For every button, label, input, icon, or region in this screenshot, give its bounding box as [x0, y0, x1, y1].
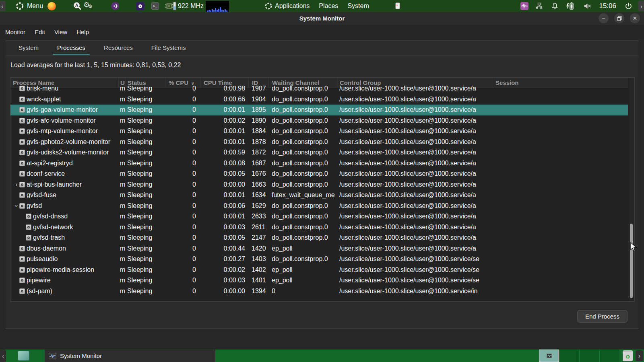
tab-system[interactable]: System	[9, 41, 48, 55]
cell-waiting-channel: do_poll.constprop.0	[268, 169, 337, 179]
table-row[interactable]: › at-spi-bus-launcher m Sleeping 0 0:00.…	[10, 179, 628, 190]
table-row[interactable]: gvfs-goa-volume-monitor m Sleeping 0 0:0…	[10, 105, 628, 115]
cpu-frequency-icon[interactable]	[165, 1, 176, 11]
panel-collapse-left-icon[interactable]: ‹	[0, 1, 6, 11]
expander-icon[interactable]: ›	[14, 203, 19, 209]
workspace-window-thumbnail	[547, 354, 552, 358]
table-row[interactable]: gvfs-mtp-volume-monitor m Sleeping 0 0:0…	[10, 126, 628, 137]
audio-wave-applet-icon[interactable]	[520, 2, 528, 10]
trash-icon[interactable]: ♻	[623, 350, 633, 361]
process-name: wnck-applet	[27, 94, 61, 105]
cell-session	[493, 201, 628, 212]
network-history-graph[interactable]	[206, 1, 229, 12]
titlebar[interactable]: System Monitor – ✕	[0, 12, 644, 25]
settings-gears-icon[interactable]: ⚙⚙	[83, 1, 94, 11]
scrollbar-thumb[interactable]	[630, 224, 633, 298]
workspace-3[interactable]	[579, 350, 599, 362]
search-icon[interactable]: A	[73, 2, 82, 10]
cell-cpu: 0	[165, 201, 200, 212]
top-panel: ‹ Menu A ⚙⚙ >_	[0, 0, 644, 12]
svg-text:A: A	[75, 3, 78, 8]
end-process-button[interactable]: End Process	[577, 310, 627, 323]
table-row[interactable]: dbus-daemon m Sleeping 0 0:00.44 1420 ep…	[10, 243, 628, 254]
vertical-scrollbar[interactable]	[628, 78, 634, 301]
notifications-bell-icon[interactable]	[552, 2, 558, 10]
menubar: Monitor Edit View Help	[0, 25, 644, 39]
table-row[interactable]: gvfsd-trash m Sleeping 0 0:00.05 2147 do…	[10, 232, 628, 243]
menu-edit[interactable]: Edit	[33, 27, 46, 37]
table-row[interactable]: gvfsd-fuse m Sleeping 0 0:00.01 1634 fut…	[10, 190, 628, 201]
broadcast-app-icon[interactable]	[111, 2, 120, 10]
shutdown-icon[interactable]	[625, 2, 632, 10]
cell-cpu-time: 0:00.01	[200, 137, 248, 148]
cell-id: 1904	[248, 94, 268, 105]
cell-control-group: /user.slice/user-1000.slice/user@1000.se…	[337, 222, 493, 233]
tab-resources[interactable]: Resources	[95, 41, 142, 55]
updater-applet-icon[interactable]	[394, 2, 400, 10]
table-row[interactable]: (sd-pam) m Sleeping 0 0:00.00 1394 0 /us…	[10, 286, 628, 297]
menu-monitor[interactable]: Monitor	[4, 27, 27, 37]
cell-session	[493, 94, 628, 105]
show-desktop-icon[interactable]	[18, 351, 29, 361]
maximize-button[interactable]	[614, 13, 624, 23]
close-button[interactable]: ✕	[630, 13, 640, 23]
process-icon	[19, 128, 25, 134]
network-offline-icon[interactable]	[536, 2, 543, 10]
system-monitor-window: System Monitor – ✕ Monitor Edit View Hel…	[0, 12, 644, 349]
cell-waiting-channel: do_poll.constprop.0	[268, 201, 337, 212]
table-row[interactable]: › gvfsd m Sleeping 0 0:00.06 1629 do_pol…	[10, 201, 628, 212]
table-row[interactable]: pipewire-media-session m Sleeping 0 0:00…	[10, 265, 628, 276]
table-row[interactable]: gvfs-gphoto2-volume-monitor m Sleeping 0…	[10, 137, 628, 148]
cpu-frequency-label[interactable]: 922 MHz	[178, 2, 204, 10]
table-row[interactable]: brisk-menu m Sleeping 0 0:00.98 1907 do_…	[10, 83, 628, 94]
table-row[interactable]: gvfs-afc-volume-monitor m Sleeping 0 0:0…	[10, 115, 628, 126]
battery-charging-icon[interactable]	[565, 2, 575, 10]
cell-cpu-time: 0:00.00	[200, 286, 248, 297]
cell-session	[493, 169, 628, 179]
table-row[interactable]: dconf-service m Sleeping 0 0:00.05 1676 …	[10, 169, 628, 179]
tab-file-systems[interactable]: File Systems	[142, 41, 195, 55]
taskbar-collapse-right-icon[interactable]: ›	[636, 350, 643, 361]
cell-control-group: /user.slice/user-1000.slice/user@1000.se…	[337, 232, 493, 243]
table-row[interactable]: gvfsd-dnssd m Sleeping 0 0:00.01 2633 do…	[10, 211, 628, 222]
terminal-icon[interactable]: >_	[151, 2, 159, 10]
places-menu[interactable]: Places	[319, 2, 338, 10]
table-row[interactable]: gvfsd-network m Sleeping 0 0:00.03 2611 …	[10, 222, 628, 233]
firefox-icon[interactable]	[47, 2, 56, 10]
table-row[interactable]: wnck-applet m Sleeping 0 0:00.66 1904 do…	[10, 94, 628, 105]
cell-control-group: /user.slice/user-1000.slice/user@1000.se…	[337, 201, 493, 212]
process-icon	[19, 171, 25, 177]
process-table: Process Name U Status % CPU∨ CPU Time ID…	[10, 77, 635, 302]
cell-user: m	[118, 105, 126, 115]
workspace-2[interactable]	[559, 350, 579, 362]
cell-id: 1634	[248, 190, 268, 201]
workspace-1[interactable]	[539, 350, 559, 362]
cell-status: Sleeping	[126, 94, 165, 105]
cell-cpu: 0	[165, 232, 200, 243]
tab-processes[interactable]: Processes	[48, 41, 95, 55]
table-row[interactable]: pulseaudio m Sleeping 0 0:00.27 1403 do_…	[10, 254, 628, 265]
applications-menu-icon[interactable]	[264, 2, 272, 10]
system-menu[interactable]: System	[347, 2, 369, 10]
cell-waiting-channel: do_poll.constprop.0	[268, 105, 337, 115]
process-name: (sd-pam)	[27, 286, 52, 297]
taskbar-collapse-left-icon[interactable]: ‹	[0, 350, 6, 362]
taskbar-window-button[interactable]: System Monitor	[45, 350, 215, 362]
menu-applet-icon[interactable]	[15, 2, 24, 10]
minimize-button[interactable]: –	[599, 13, 609, 23]
expander-icon[interactable]: ›	[14, 182, 19, 187]
table-row[interactable]: pipewire m Sleeping 0 0:00.03 1401 ep_po…	[10, 275, 628, 286]
tor-browser-icon[interactable]	[136, 2, 144, 10]
workspace-4[interactable]	[599, 350, 619, 362]
applications-menu[interactable]: Applications	[275, 2, 310, 10]
table-row[interactable]: gvfs-udisks2-volume-monitor m Sleeping 0…	[10, 147, 628, 158]
cell-cpu-time: 0:00.98	[200, 83, 248, 94]
clock[interactable]: 15:06	[599, 2, 616, 10]
volume-muted-icon[interactable]	[584, 3, 591, 9]
cell-cpu: 0	[165, 179, 200, 190]
menu-view[interactable]: View	[53, 27, 68, 37]
table-row[interactable]: at-spi2-registryd m Sleeping 0 0:00.08 1…	[10, 158, 628, 169]
menu-help[interactable]: Help	[75, 27, 90, 37]
panel-collapse-right-icon[interactable]: ›	[638, 1, 644, 11]
menu-applet-label[interactable]: Menu	[27, 2, 43, 10]
